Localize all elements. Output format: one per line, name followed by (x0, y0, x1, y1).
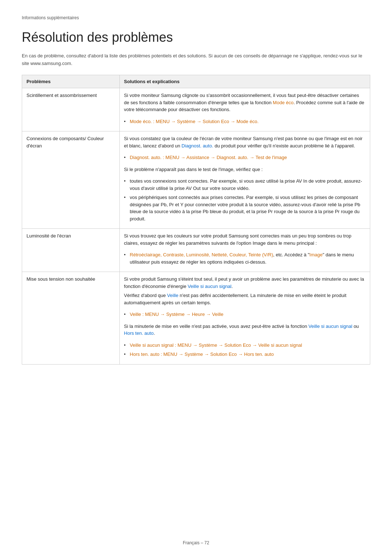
col-solutions-header: Solutions et explications (119, 75, 370, 88)
solution-content: Si vous constatez que la couleur de l'éc… (119, 131, 370, 229)
table-row: Scintillement et assombrissement Si votr… (22, 88, 370, 131)
solution-para: Si votre moniteur Samsung clignote ou s'… (124, 92, 366, 113)
list-item: Veille : MENU → Système → Heure → Veille (124, 310, 366, 319)
solution-content: Si votre produit Samsung s'éteint tout s… (119, 272, 370, 365)
list-item: Hors ten. auto : MENU → Système → Soluti… (124, 350, 366, 359)
list-item: vos périphériques sont connectés aux pri… (124, 193, 366, 223)
problem-label: Mise sous tension non souhaitée (22, 272, 120, 365)
bullet-list-2: toutes vos connexions sont correctes. Pa… (124, 175, 366, 225)
bullet-list-2: Veille si aucun signal : MENU → Système … (124, 339, 366, 361)
breadcrumb: Informations supplémentaires (22, 15, 370, 21)
list-item: toutes vos connexions sont correctes. Pa… (124, 176, 366, 193)
col-problems-header: Problèmes (22, 75, 120, 88)
bullet-list: Mode éco. : MENU → Système → Solution Ec… (124, 115, 366, 128)
problem-label: Connexions de composants/ Couleur d'écra… (22, 131, 120, 229)
solution-para-3: Si la minuterie de mise en veille n'est … (124, 323, 366, 337)
solution-content: Si votre moniteur Samsung clignote ou s'… (119, 88, 370, 131)
list-item: Mode éco. : MENU → Système → Solution Ec… (124, 117, 366, 126)
table-row: Connexions de composants/ Couleur d'écra… (22, 131, 370, 229)
problems-table: Problèmes Solutions et explications Scin… (22, 75, 370, 365)
table-row: Luminosité de l'écran Si vous trouvez qu… (22, 229, 370, 272)
solution-para: Si vous constatez que la couleur de l'éc… (124, 135, 366, 149)
bullet-list: Rétroéclairage, Contraste, Luminosité, N… (124, 249, 366, 268)
table-row: Mise sous tension non souhaitée Si votre… (22, 272, 370, 365)
solution-para-2: Si le problème n'apparaît pas dans le te… (124, 166, 366, 173)
solution-para: Si votre produit Samsung s'éteint tout s… (124, 276, 366, 290)
solution-content: Si vous trouvez que les couleurs sur vot… (119, 229, 370, 272)
list-item: Veille si aucun signal : MENU → Système … (124, 341, 366, 350)
list-item: Rétroéclairage, Contraste, Luminosité, N… (124, 250, 366, 267)
bullet-list: Veille : MENU → Système → Heure → Veille (124, 308, 366, 321)
solution-para-2: Vérifiez d'abord que Veille n'est pas dé… (124, 292, 366, 306)
bullet-list: Diagnost. auto. : MENU → Assistance → Di… (124, 151, 366, 164)
list-item: Diagnost. auto. : MENU → Assistance → Di… (124, 153, 366, 162)
page-title: Résolution des problèmes (22, 28, 370, 47)
footer: Français – 72 (0, 540, 392, 546)
problem-label: Luminosité de l'écran (22, 229, 120, 272)
solution-para: Si vous trouvez que les couleurs sur vot… (124, 232, 366, 247)
problem-label: Scintillement et assombrissement (22, 88, 120, 131)
intro-text: En cas de problème, consultez d'abord la… (22, 52, 370, 68)
